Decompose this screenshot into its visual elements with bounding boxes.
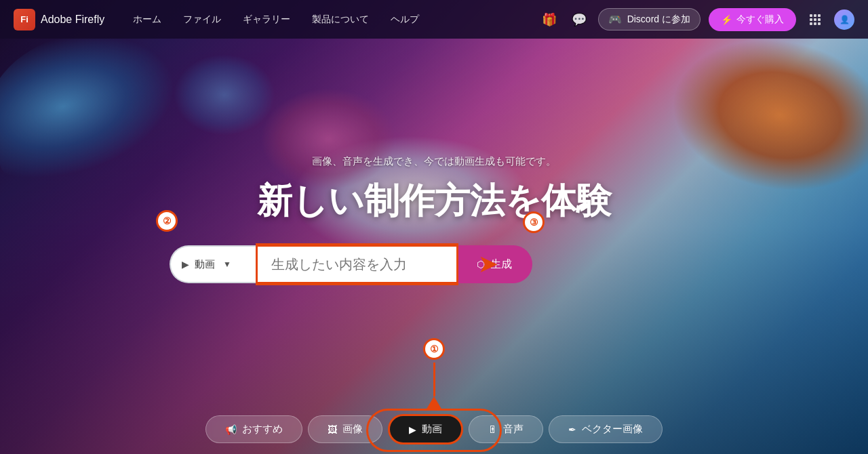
grid-button[interactable] (804, 9, 826, 30)
annotation-3: ③ (523, 211, 545, 233)
buy-icon: ⚡ (721, 14, 732, 25)
chat-button[interactable]: 💬 (568, 9, 590, 30)
discord-button[interactable]: 🎮 Discord に参加 (598, 8, 701, 30)
app-logo[interactable]: Fi Adobe Firefly (14, 9, 104, 30)
nav-products[interactable]: 製品について (304, 9, 377, 30)
megaphone-icon: 📢 (225, 424, 237, 435)
nav-help[interactable]: ヘルプ (382, 9, 427, 30)
tab-vector[interactable]: ✒ ベクター画像 (549, 415, 663, 443)
arrow-right-icon: ➤ (479, 251, 497, 277)
tab-video-label: 動画 (422, 423, 442, 436)
arrow-up-line (433, 363, 435, 396)
video-tab-icon: ▶ (409, 424, 416, 435)
app-title: Adobe Firefly (41, 14, 104, 26)
annotation-1-container: ① (423, 338, 445, 410)
search-row: ▶ 動画 ▼ ➤ ③ ⬡ 生成 (170, 245, 698, 283)
tab-audio-label: 音声 (503, 423, 524, 436)
navbar: Fi Adobe Firefly ホーム ファイル ギャラリー 製品について ヘ… (0, 0, 868, 39)
logo-icon: Fi (14, 9, 35, 30)
discord-label: Discord に参加 (627, 14, 690, 26)
chevron-down-icon: ▼ (223, 260, 231, 269)
type-selector[interactable]: ▶ 動画 ▼ (170, 245, 258, 283)
search-input[interactable] (258, 245, 456, 283)
waveform-icon: 🎚 (488, 424, 498, 435)
bottom-tabs: 📢 おすすめ 🖼 画像 ▶ 動画 🎚 音声 ✒ ベクター画像 (0, 410, 868, 454)
avatar[interactable]: 👤 (834, 9, 854, 30)
tab-audio[interactable]: 🎚 音声 (469, 415, 543, 443)
hero-subtitle: 画像、音声を生成でき、今では動画生成も可能です。 (312, 155, 556, 168)
annotation-2: ② (156, 210, 178, 232)
video-icon: ▶ (182, 259, 189, 270)
buy-label: 今すぐ購入 (736, 14, 784, 26)
discord-icon: 🎮 (608, 13, 622, 26)
tab-image[interactable]: 🖼 画像 (308, 415, 382, 443)
vector-icon: ✒ (568, 424, 576, 435)
nav-gallery[interactable]: ギャラリー (235, 9, 298, 30)
nav-links: ホーム ファイル ギャラリー 製品について ヘルプ (125, 9, 538, 30)
tab-recommend[interactable]: 📢 おすすめ (205, 415, 302, 443)
tab-recommend-label: おすすめ (242, 423, 283, 436)
nav-files[interactable]: ファイル (175, 9, 229, 30)
search-input-container: ➤ (258, 245, 456, 283)
nav-right: 🎁 💬 🎮 Discord に参加 ⚡ 今すぐ購入 👤 (538, 8, 854, 31)
gift-button[interactable]: 🎁 (538, 9, 560, 30)
arrow-up-icon (426, 396, 442, 410)
grid-icon (810, 14, 821, 25)
tab-vector-label: ベクター画像 (582, 423, 643, 436)
search-section: ② ▶ 動画 ▼ ➤ ③ ⬡ 生成 (170, 245, 698, 283)
image-icon: 🖼 (328, 424, 337, 435)
type-label: 動画 (195, 258, 215, 271)
nav-home[interactable]: ホーム (125, 9, 170, 30)
buy-button[interactable]: ⚡ 今すぐ購入 (709, 8, 796, 31)
tab-video[interactable]: ▶ 動画 (388, 414, 463, 445)
hero-title: 新しい制作方法を体験 (257, 178, 612, 225)
tab-image-label: 画像 (342, 423, 363, 436)
annotation-1: ① (423, 338, 445, 360)
